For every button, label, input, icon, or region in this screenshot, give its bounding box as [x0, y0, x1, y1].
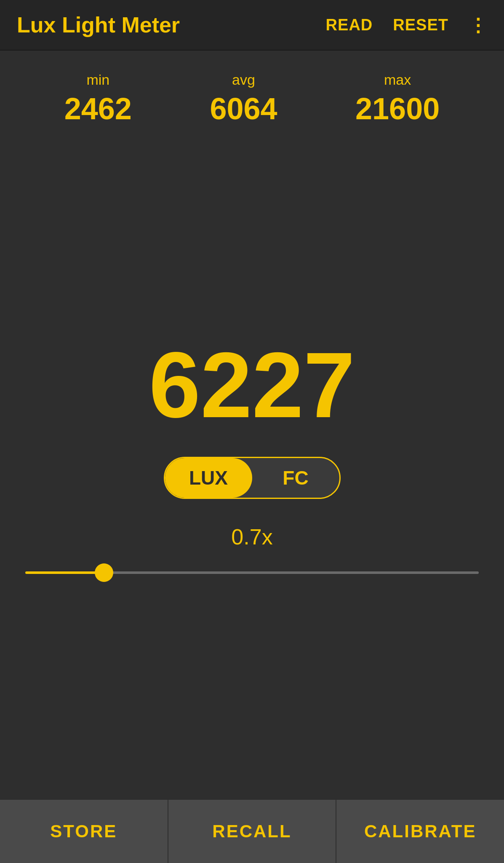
- min-value: 2462: [64, 91, 132, 126]
- calibrate-button[interactable]: CALIBRATE: [336, 800, 504, 863]
- avg-label: avg: [232, 72, 255, 88]
- recall-button[interactable]: RECALL: [168, 800, 337, 863]
- bottom-buttons: STORE RECALL CALIBRATE: [0, 800, 504, 863]
- multiplier-value: 0.7x: [231, 524, 272, 549]
- main-reading-value: 6227: [149, 339, 355, 432]
- max-value: 21600: [355, 91, 440, 126]
- store-button[interactable]: STORE: [0, 800, 168, 863]
- avg-value: 6064: [210, 91, 277, 126]
- menu-button[interactable]: ⋮: [469, 14, 487, 36]
- stat-avg: avg 6064: [210, 72, 277, 126]
- calibration-slider[interactable]: [25, 571, 479, 574]
- stat-max: max 21600: [355, 72, 440, 126]
- min-label: min: [86, 72, 109, 88]
- max-label: max: [384, 72, 411, 88]
- stat-min: min 2462: [64, 72, 132, 126]
- multiplier-section: 0.7x: [8, 524, 496, 583]
- app-title: Lux Light Meter: [17, 12, 180, 38]
- fc-toggle-option[interactable]: FC: [252, 458, 339, 498]
- app-header: Lux Light Meter READ RESET ⋮: [0, 0, 504, 51]
- lux-toggle-option[interactable]: LUX: [165, 458, 252, 498]
- main-reading-container: 6227 LUX FC 0.7x: [0, 122, 504, 800]
- unit-toggle[interactable]: LUX FC: [164, 457, 341, 499]
- header-actions: READ RESET ⋮: [326, 14, 487, 36]
- slider-container: [25, 562, 479, 583]
- read-button[interactable]: READ: [326, 16, 373, 34]
- reset-button[interactable]: RESET: [393, 16, 448, 34]
